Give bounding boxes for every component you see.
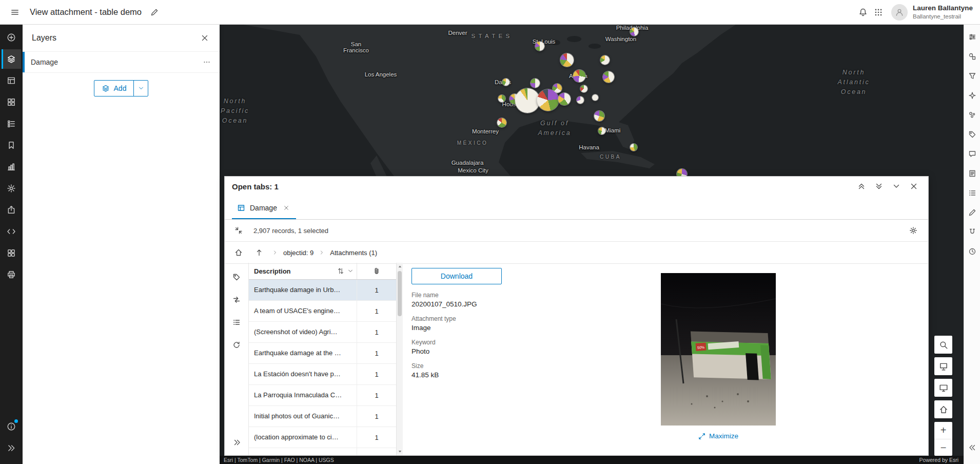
add-layer-button[interactable]: Add	[94, 81, 134, 96]
cluster-pie-marker[interactable]	[498, 95, 505, 102]
cluster-pie-marker[interactable]	[598, 127, 605, 134]
cluster-pie-marker[interactable]	[592, 94, 598, 101]
settings-item-filter[interactable]	[965, 69, 979, 83]
sidebar-item-tables[interactable]	[2, 71, 21, 90]
table-row[interactable]: La Estación doesn't have p…1	[249, 364, 396, 385]
table-settings-button[interactable]	[906, 223, 921, 238]
settings-item-attribute-lists[interactable]	[965, 186, 979, 200]
menu-button[interactable]	[7, 5, 23, 20]
slides-button[interactable]	[934, 357, 952, 375]
dock-panel[interactable]	[872, 179, 886, 194]
attachments-column-header[interactable]	[357, 263, 396, 279]
scroll-down-icon[interactable]	[398, 449, 402, 454]
table-row[interactable]: Earthquake damage at the …1	[249, 343, 396, 364]
close-layers-panel-button[interactable]	[197, 30, 212, 46]
settings-rail-bottom	[965, 440, 979, 460]
cluster-pie-marker[interactable]	[573, 70, 585, 82]
cluster-pie-marker[interactable]	[603, 71, 614, 83]
sidebar-item-bookmarks[interactable]	[2, 136, 21, 155]
cluster-pie-marker[interactable]	[497, 118, 506, 127]
panel-window-actions	[854, 179, 921, 194]
sidebar-item-layers[interactable]	[2, 49, 21, 69]
sidebar-item-expand-rail[interactable]	[2, 438, 21, 458]
table-row[interactable]: (location approximate to ci…1	[249, 427, 396, 448]
expand-panel[interactable]	[854, 179, 869, 194]
settings-item-fields[interactable]	[965, 166, 979, 181]
attachment-preview-image[interactable]: 50%	[661, 273, 776, 426]
zoom-to-selection-button[interactable]	[231, 223, 246, 238]
user-menu[interactable]: Lauren Ballantyne Ballantyne_testrail	[891, 4, 973, 21]
sidebar-item-share[interactable]	[2, 200, 21, 220]
settings-item-labels[interactable]	[965, 127, 979, 142]
settings-item-collapse-rail[interactable]	[965, 440, 979, 455]
table-scrollbar[interactable]	[396, 263, 403, 455]
table-row[interactable]: Initial photos out of Guanic…1	[249, 406, 396, 427]
edit-title-button[interactable]	[147, 5, 162, 20]
settings-item-aggregation[interactable]	[965, 108, 979, 122]
maximize-button[interactable]: Maximize	[661, 432, 776, 440]
sidebar-item-charts[interactable]	[2, 157, 21, 177]
cluster-pie-marker[interactable]	[531, 79, 540, 88]
layer-item-damage[interactable]: Damage	[23, 51, 220, 73]
zoom-out-button[interactable]: −	[934, 439, 952, 456]
settings-item-effects[interactable]	[965, 88, 979, 103]
cluster-pie-marker[interactable]	[560, 53, 574, 67]
layer-options-button[interactable]	[199, 54, 214, 70]
close-tab-button[interactable]	[282, 203, 291, 212]
sidebar-item-print[interactable]	[2, 265, 21, 284]
cluster-pie-marker[interactable]	[515, 88, 540, 113]
expand-side-tools-button[interactable]	[225, 435, 249, 450]
breadcrumb-objectid[interactable]: objectid: 9	[283, 249, 313, 257]
table-row[interactable]: (Screenshot of video) Agri…1	[249, 322, 396, 343]
sidebar-item-info[interactable]	[2, 417, 21, 436]
download-button[interactable]: Download	[411, 268, 502, 284]
app-launcher-button[interactable]	[871, 5, 886, 20]
settings-item-popups[interactable]	[965, 147, 979, 161]
breadcrumb-home-button[interactable]	[231, 245, 246, 260]
cluster-pie-marker[interactable]	[502, 79, 509, 86]
breadcrumb-attachments[interactable]: Attachments (1)	[330, 249, 377, 257]
settings-item-editing[interactable]	[965, 205, 979, 220]
sidebar-item-basemap[interactable]	[2, 92, 21, 112]
open-window-button[interactable]	[934, 379, 952, 397]
add-layer-options-button[interactable]	[133, 81, 148, 96]
sidebar-item-map-properties[interactable]	[2, 179, 21, 198]
tool-related-records[interactable]	[231, 295, 242, 305]
zoom-in-button[interactable]: +	[934, 422, 952, 439]
tab-damage[interactable]: Damage	[232, 196, 296, 219]
settings-item-properties[interactable]	[965, 30, 979, 44]
sidebar-item-add[interactable]	[2, 28, 21, 47]
sidebar-item-create-app[interactable]	[2, 243, 21, 263]
cluster-pie-marker[interactable]	[577, 96, 584, 104]
table-row[interactable]: La Parroquia Inmaculada C…1	[249, 385, 396, 406]
tool-attributes[interactable]	[231, 272, 242, 282]
minimize-panel[interactable]	[889, 179, 904, 194]
cluster-pie-marker[interactable]	[580, 85, 587, 92]
cluster-pie-marker[interactable]	[594, 111, 604, 121]
cluster-pie-marker[interactable]	[630, 144, 637, 151]
sidebar-item-legend[interactable]	[2, 114, 21, 133]
scrollbar-thumb[interactable]	[398, 271, 402, 316]
breadcrumb-up-button[interactable]	[251, 245, 267, 260]
cluster-pie-marker[interactable]	[535, 42, 544, 51]
cluster-pie-marker[interactable]	[537, 89, 559, 111]
settings-item-snapping[interactable]	[965, 225, 979, 239]
sort-icon[interactable]	[337, 267, 344, 275]
description-column-header[interactable]: Description	[249, 263, 357, 279]
table-row[interactable]: A team of USACE's engine…1	[249, 301, 396, 322]
tool-refresh[interactable]	[231, 340, 242, 350]
notifications-button[interactable]	[855, 5, 871, 20]
tool-selection[interactable]	[231, 317, 242, 327]
scroll-up-icon[interactable]	[398, 264, 402, 269]
settings-item-styles[interactable]	[965, 49, 979, 64]
cluster-pie-marker[interactable]	[630, 28, 638, 36]
settings-item-time[interactable]	[965, 244, 979, 259]
table-row[interactable]: Earthquake damage in Urb…1	[249, 280, 396, 301]
column-menu-icon[interactable]	[347, 268, 354, 274]
cluster-pie-marker[interactable]	[558, 93, 571, 105]
sidebar-item-developer-support[interactable]	[2, 222, 21, 241]
default-extent-button[interactable]	[934, 400, 952, 418]
close-panel[interactable]	[907, 179, 921, 194]
search-button[interactable]	[934, 336, 952, 354]
cluster-pie-marker[interactable]	[600, 55, 610, 65]
